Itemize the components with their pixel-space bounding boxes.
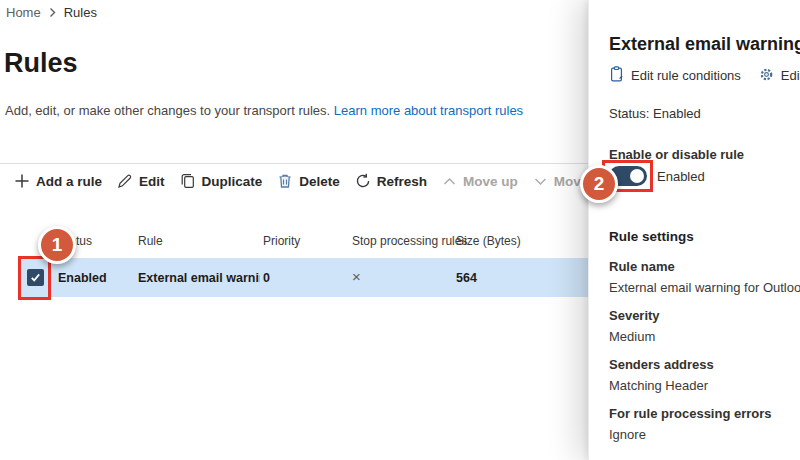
delete-button[interactable]: Delete <box>277 173 340 189</box>
copy-icon <box>180 173 196 189</box>
refresh-button[interactable]: Refresh <box>355 173 427 189</box>
trash-icon <box>277 173 293 189</box>
field-severity-label: Severity <box>609 308 660 323</box>
rule-settings-heading: Rule settings <box>609 229 694 244</box>
breadcrumb-chevron-icon <box>48 7 57 18</box>
toolbar-divider <box>0 163 588 164</box>
duplicate-button[interactable]: Duplicate <box>180 173 263 189</box>
move-up-label: Move up <box>463 174 518 189</box>
edit-rule-conditions-label: Edit rule conditions <box>631 68 741 83</box>
breadcrumb: Home Rules <box>6 5 97 20</box>
table-header-stop-processing[interactable]: Stop processing rules <box>352 234 467 248</box>
edit-rule-settings-button[interactable]: Edit ru <box>759 67 800 85</box>
edit-button[interactable]: Edit <box>117 173 165 189</box>
clipboard-icon <box>609 66 624 85</box>
field-senders-address: Senders address Matching Header <box>609 357 714 393</box>
move-up-button[interactable]: Move up <box>442 174 518 189</box>
field-processing-errors-value: Ignore <box>609 427 772 442</box>
toggle-state-label: Enabled <box>657 169 705 184</box>
breadcrumb-item-home[interactable]: Home <box>6 5 41 20</box>
cell-status: Enabled <box>58 271 107 285</box>
command-bar: Add a rule Edit Duplicate Delete Refresh <box>14 167 627 195</box>
annotation-step-1: 1 <box>38 226 76 264</box>
annotation-box-checkbox <box>18 256 51 300</box>
chevron-up-icon <box>442 174 457 189</box>
table-header-size[interactable]: Size (Bytes) <box>456 234 521 248</box>
field-senders-address-value: Matching Header <box>609 378 714 393</box>
field-processing-errors: For rule processing errors Ignore <box>609 406 772 442</box>
field-senders-address-label: Senders address <box>609 357 714 372</box>
annotation-step-2: 2 <box>580 165 618 203</box>
panel-title: External email warning <box>609 34 800 55</box>
annotation-step-2-number: 2 <box>594 173 605 195</box>
edit-rule-conditions-button[interactable]: Edit rule conditions <box>609 66 741 85</box>
delete-label: Delete <box>299 174 340 189</box>
breadcrumb-item-rules: Rules <box>64 5 97 20</box>
table-header-priority[interactable]: Priority <box>263 234 300 248</box>
page-title: Rules <box>4 48 78 79</box>
edit-label: Edit <box>139 174 165 189</box>
duplicate-label: Duplicate <box>202 174 263 189</box>
gear-icon <box>759 67 774 85</box>
refresh-label: Refresh <box>377 174 427 189</box>
annotation-step-1-number: 1 <box>52 234 63 256</box>
page-description: Add, edit, or make other changes to your… <box>5 103 523 118</box>
cell-size: 564 <box>456 271 477 285</box>
field-rule-name-value: External email warning for Outlook <box>609 280 800 295</box>
pencil-icon <box>117 173 133 189</box>
edit-rule-settings-label: Edit ru <box>781 68 800 83</box>
details-panel: External email warning Edit rule conditi… <box>588 0 800 460</box>
cell-rule: External email warnin... <box>138 271 260 285</box>
learn-more-link[interactable]: Learn more about transport rules <box>334 103 523 118</box>
cell-priority: 0 <box>263 271 270 285</box>
add-rule-label: Add a rule <box>36 174 102 189</box>
field-rule-name-label: Rule name <box>609 259 800 274</box>
field-rule-name: Rule name External email warning for Out… <box>609 259 800 295</box>
rules-page: Home Rules Rules Add, edit, or make othe… <box>0 0 800 460</box>
field-severity-value: Medium <box>609 329 660 344</box>
status-line: Status: Enabled <box>609 106 701 121</box>
plus-icon <box>14 173 30 189</box>
refresh-icon <box>355 173 371 189</box>
panel-actions: Edit rule conditions Edit ru <box>609 66 800 85</box>
stop-processing-x-icon: × <box>352 268 361 285</box>
add-rule-button[interactable]: Add a rule <box>14 173 102 189</box>
chevron-down-icon <box>533 174 548 189</box>
field-severity: Severity Medium <box>609 308 660 344</box>
table-header-rule[interactable]: Rule <box>138 234 163 248</box>
description-text: Add, edit, or make other changes to your… <box>5 103 334 118</box>
field-processing-errors-label: For rule processing errors <box>609 406 772 421</box>
